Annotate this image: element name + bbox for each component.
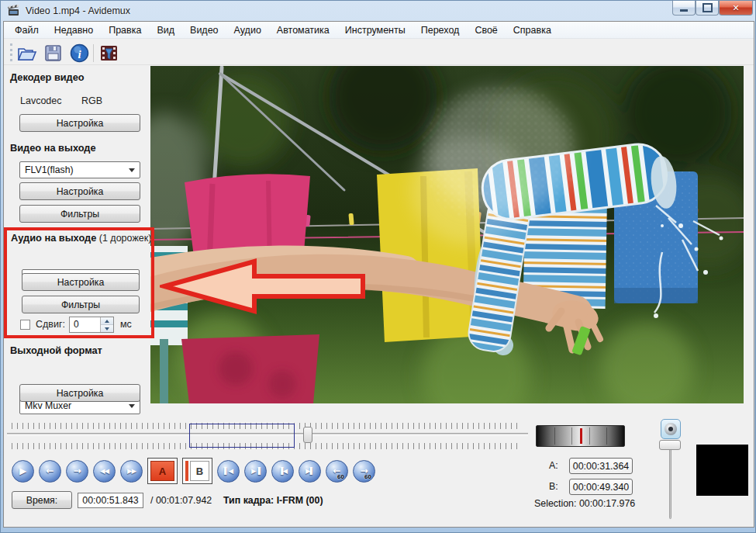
- step-back-button[interactable]: ←: [39, 460, 61, 483]
- menu-go[interactable]: Переход: [413, 22, 468, 38]
- volume-slider-track[interactable]: [669, 443, 671, 519]
- close-icon: ✕: [732, 3, 739, 13]
- jog-wheel[interactable]: [536, 425, 625, 447]
- save-icon[interactable]: [43, 43, 64, 64]
- open-file-icon[interactable]: [16, 43, 37, 64]
- spin-up-icon: [105, 320, 109, 323]
- menu-audio[interactable]: Аудио: [226, 22, 269, 38]
- marker-a-icon: A: [150, 461, 174, 481]
- current-time-input[interactable]: 00:00:51.843: [78, 493, 143, 508]
- window-title: Video 1.mp4 - Avidemux: [26, 5, 130, 16]
- frame-type-row: Тип кадра: I-FRM (00): [223, 495, 323, 506]
- shift-spinner[interactable]: 0: [69, 317, 114, 333]
- audio-filters-button[interactable]: Фильтры: [22, 296, 140, 313]
- spin-up-button[interactable]: [101, 317, 113, 325]
- video-filters-icon[interactable]: [98, 43, 119, 64]
- jog-separator: [606, 427, 607, 445]
- muxer-value: Mkv Muxer: [25, 400, 71, 411]
- arrow-left-icon: ←: [46, 466, 54, 476]
- shift-label: Сдвиг:: [36, 319, 65, 330]
- maximize-icon: [702, 3, 713, 12]
- transport-controls: ▶ ← → ◀◀ ▶▶ A B ▌◀ ▶▐ ▐◀ ▶▌ ← 60 → 60: [12, 459, 375, 483]
- audio-preview-box: [696, 445, 748, 496]
- menu-help[interactable]: Справка: [506, 22, 559, 38]
- double-arrow-right-icon: ▶▶: [127, 467, 136, 475]
- video-filters-button[interactable]: Фильтры: [19, 205, 140, 223]
- avidemux-window: Video 1.mp4 - Avidemux ✕ Файл Недавно Пр…: [0, 0, 756, 533]
- marker-b-icon: B: [190, 461, 209, 481]
- menu-custom[interactable]: Своё: [467, 22, 505, 38]
- jog-separator: [589, 427, 590, 445]
- frame-type-value: I-FRM (00): [277, 495, 323, 506]
- sixty-badge: 60: [364, 473, 371, 480]
- decoder-configure-button[interactable]: Настройка: [19, 114, 140, 132]
- spin-down-button[interactable]: [101, 325, 113, 332]
- goto-last-button[interactable]: ▶▐: [244, 460, 267, 483]
- sixty-badge: 60: [337, 473, 344, 480]
- title-bar[interactable]: Video 1.mp4 - Avidemux ✕: [1, 1, 755, 21]
- minimize-icon: [680, 9, 688, 12]
- back-60s-button[interactable]: ← 60: [326, 460, 348, 483]
- dropdown-arrow-icon: [129, 168, 135, 172]
- marker-b-label: B:: [549, 481, 558, 492]
- volume-slider-handle[interactable]: [659, 440, 681, 450]
- video-output-title: Видео на выходе: [10, 142, 96, 154]
- video-configure-button[interactable]: Настройка: [19, 182, 140, 200]
- menu-video[interactable]: Видео: [182, 22, 226, 38]
- timeline-slider-handle[interactable]: [303, 427, 312, 443]
- goto-first-icon: ▌◀: [224, 467, 233, 475]
- information-icon[interactable]: i: [69, 43, 90, 64]
- output-format-title: Выходной формат: [10, 344, 102, 356]
- selection-duration: Selection: 00:00:17.976: [534, 498, 635, 509]
- jog-separator: [571, 427, 572, 445]
- arrow-right-icon: →: [73, 466, 81, 476]
- audio-output-title: Аудио на выходе: [11, 232, 96, 244]
- audio-configure-button[interactable]: Настройка: [22, 273, 140, 291]
- menu-auto[interactable]: Автоматика: [269, 22, 337, 38]
- toolbar-drag-handle[interactable]: [10, 43, 12, 61]
- next-keyframe-button[interactable]: ▶▌: [299, 460, 321, 483]
- video-frame-content: [150, 66, 744, 403]
- video-preview: [150, 66, 744, 403]
- menu-tools[interactable]: Инструменты: [337, 22, 413, 38]
- timeline-selection-box: [189, 424, 295, 448]
- menu-view[interactable]: Вид: [149, 22, 182, 38]
- marker-b-bar-icon: [185, 461, 188, 481]
- audio-output-title-row: Аудио на выходе (1 дорожек): [11, 232, 155, 244]
- menu-edit[interactable]: Правка: [101, 22, 149, 38]
- prev-keyframe-button[interactable]: ▐◀: [271, 460, 294, 483]
- teal-pole: [160, 339, 168, 403]
- shift-spin-buttons[interactable]: [100, 317, 113, 332]
- menu-file[interactable]: Файл: [7, 22, 47, 38]
- menu-bar: Файл Недавно Правка Вид Видео Аудио Авто…: [4, 22, 754, 39]
- frame-type-label: Тип кадра:: [223, 495, 274, 506]
- shift-value[interactable]: 0: [70, 317, 100, 332]
- menu-recent[interactable]: Недавно: [47, 22, 101, 38]
- muxer-configure-button[interactable]: Настройка: [19, 384, 140, 402]
- step-forward-button[interactable]: →: [66, 460, 88, 483]
- fast-forward-button[interactable]: ▶▶: [120, 460, 143, 483]
- forward-60s-button[interactable]: → 60: [353, 460, 375, 483]
- jog-separator: [554, 427, 555, 445]
- double-arrow-left-icon: ◀◀: [100, 467, 109, 475]
- video-codec-value: FLV1(flash): [25, 164, 74, 175]
- spin-down-icon: [105, 327, 109, 331]
- shift-checkbox[interactable]: [20, 320, 30, 330]
- video-codec-select[interactable]: FLV1(flash): [19, 161, 140, 178]
- maximize-button[interactable]: [696, 1, 719, 16]
- fast-backward-button[interactable]: ◀◀: [93, 460, 116, 483]
- marker-a-button[interactable]: A: [147, 458, 178, 484]
- marker-a-value: 00:00:31.364: [569, 458, 633, 474]
- time-mode-button[interactable]: Время:: [12, 491, 72, 509]
- speaker-button[interactable]: [661, 419, 681, 439]
- goto-last-icon: ▶▐: [251, 467, 260, 475]
- jog-center-mark: [580, 428, 582, 444]
- speaker-icon: [665, 423, 677, 435]
- minimize-button[interactable]: [672, 1, 696, 16]
- marker-b-button[interactable]: B: [182, 458, 212, 484]
- selection-value: 00:00:17.976: [579, 498, 635, 509]
- close-button[interactable]: ✕: [719, 1, 753, 16]
- play-button[interactable]: ▶: [12, 460, 34, 483]
- goto-first-button[interactable]: ▌◀: [217, 460, 240, 483]
- total-duration-label: / 00:01:07.942: [150, 495, 212, 506]
